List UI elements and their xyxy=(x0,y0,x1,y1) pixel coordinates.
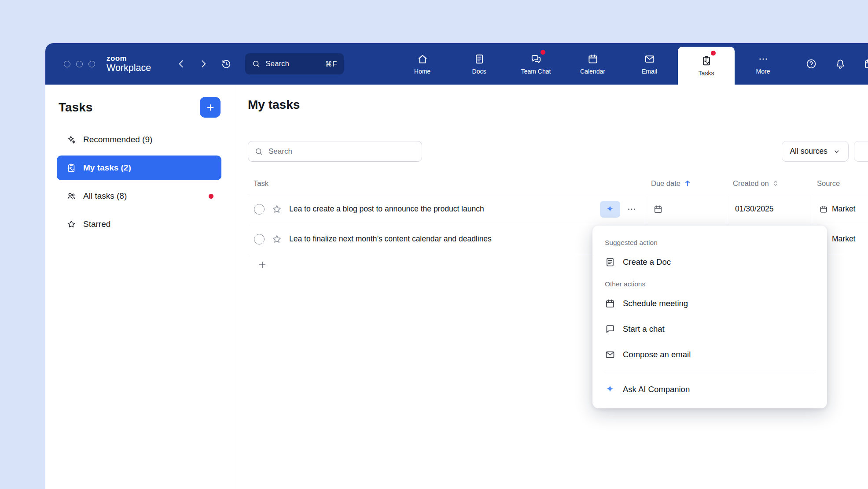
more-icon xyxy=(758,53,769,65)
global-search[interactable]: Search ⌘F xyxy=(245,53,344,74)
sidebar-item-label: Recommended (9) xyxy=(83,135,152,144)
notification-dot xyxy=(541,50,545,55)
nav-home[interactable]: Home xyxy=(394,43,451,85)
sources-filter-label: All sources xyxy=(790,147,828,156)
nav-label: Home xyxy=(414,68,430,75)
search-icon xyxy=(254,147,263,156)
column-header-source[interactable]: Source xyxy=(811,179,868,188)
add-task-button[interactable] xyxy=(257,260,267,270)
nav-label: Calendar xyxy=(580,68,605,75)
back-button[interactable] xyxy=(176,58,187,70)
column-label: Due date xyxy=(651,179,680,188)
calendar-icon xyxy=(653,204,663,214)
nav-label: Team Chat xyxy=(521,68,551,75)
task-title: Lea to finalize next month’s content cal… xyxy=(289,234,645,244)
source-value: Market xyxy=(832,234,855,244)
sidebar-item-my-tasks[interactable]: My tasks (2) xyxy=(57,156,221,180)
notification-dot xyxy=(711,51,716,56)
workplace-wordmark: Workplace xyxy=(107,63,151,73)
sidebar-item-starred[interactable]: Starred xyxy=(57,212,221,237)
menu-item-label: Create a Doc xyxy=(623,257,671,267)
clipped-edge-button[interactable] xyxy=(854,141,868,162)
nav-docs[interactable]: Docs xyxy=(451,43,508,85)
sidebar-item-label: All tasks (8) xyxy=(83,191,127,201)
people-icon xyxy=(66,191,76,201)
calendar-icon xyxy=(605,298,615,309)
star-icon[interactable] xyxy=(272,234,282,244)
forward-button[interactable] xyxy=(198,58,209,70)
sidebar-nav: Recommended (9) My tasks (2) All tasks (… xyxy=(45,127,233,237)
nav-tasks[interactable]: Tasks xyxy=(678,47,735,85)
menu-item-schedule-meeting[interactable]: Schedule meeting xyxy=(592,291,827,316)
home-icon xyxy=(417,53,428,65)
column-header-created-on[interactable]: Created on xyxy=(727,179,811,188)
menu-item-start-chat[interactable]: Start a chat xyxy=(592,316,827,342)
column-label: Source xyxy=(817,179,840,188)
menu-item-create-doc[interactable]: Create a Doc xyxy=(592,249,827,275)
topbar: zoom Workplace Search ⌘F xyxy=(45,43,868,85)
zoom-wordmark: zoom xyxy=(107,55,151,63)
sidebar-title: Tasks xyxy=(59,100,92,115)
team-chat-icon xyxy=(530,53,542,65)
email-icon xyxy=(644,53,655,65)
tasks-icon xyxy=(701,55,712,67)
plus-icon xyxy=(206,103,215,112)
nav-email[interactable]: Email xyxy=(621,43,678,85)
menu-item-label: Schedule meeting xyxy=(623,299,688,308)
email-icon xyxy=(605,349,615,360)
plus-icon xyxy=(257,260,267,270)
star-icon[interactable] xyxy=(272,204,282,215)
menu-item-ask-ai-companion[interactable]: Ask AI Companion xyxy=(592,377,827,402)
sidebar-item-label: My tasks (2) xyxy=(83,163,131,173)
nav-more[interactable]: More xyxy=(735,43,791,85)
ai-companion-button[interactable] xyxy=(600,201,620,218)
add-due-date-button[interactable] xyxy=(653,204,663,214)
task-search[interactable] xyxy=(248,141,422,162)
column-header-task[interactable]: Task xyxy=(248,179,645,188)
global-search-label: Search xyxy=(265,59,289,68)
menu-item-label: Compose an email xyxy=(623,350,691,359)
star-icon xyxy=(66,219,76,229)
ai-actions-menu: Suggested action Create a Doc Other acti… xyxy=(592,226,827,408)
menu-item-compose-email[interactable]: Compose an email xyxy=(592,342,827,367)
sidebar-item-label: Starred xyxy=(83,219,110,229)
table-header: Task Due date Created on Source xyxy=(248,173,868,194)
menu-item-label: Start a chat xyxy=(623,324,665,334)
nav-calendar[interactable]: Calendar xyxy=(564,43,621,85)
window-control-zoom[interactable] xyxy=(88,61,95,67)
docs-icon xyxy=(474,53,485,65)
nav-label: Tasks xyxy=(699,70,714,77)
task-row[interactable]: Lea to create a blog post to announce th… xyxy=(248,194,868,224)
sidebar-item-recommended[interactable]: Recommended (9) xyxy=(57,127,221,152)
ai-sparkle-icon xyxy=(605,204,615,214)
task-search-input[interactable] xyxy=(268,147,416,156)
sidebar-header: Tasks xyxy=(45,85,233,122)
chat-bubble-icon xyxy=(605,324,615,334)
source-app-icon xyxy=(819,205,828,214)
chevron-left-icon xyxy=(176,58,187,70)
task-checkbox[interactable] xyxy=(254,234,265,244)
window-control-close[interactable] xyxy=(64,61,70,67)
chevron-right-icon xyxy=(198,58,209,70)
chevron-down-icon xyxy=(833,148,841,156)
sidebar: Tasks Recommended (9) My tasks (2) xyxy=(45,85,233,489)
sort-ascending-icon xyxy=(683,179,692,188)
window-control-minimize[interactable] xyxy=(76,61,83,67)
menu-section-label: Suggested action xyxy=(592,233,827,249)
history-button[interactable] xyxy=(221,58,232,70)
menu-section-label: Other actions xyxy=(592,275,827,291)
column-header-due-date[interactable]: Due date xyxy=(645,179,727,188)
task-cell: Lea to create a blog post to announce th… xyxy=(248,194,645,224)
ellipsis-icon xyxy=(626,204,637,215)
nav-team-chat[interactable]: Team Chat xyxy=(508,43,564,85)
window-controls xyxy=(64,61,95,67)
search-shortcut: ⌘F xyxy=(325,60,337,68)
sidebar-item-all-tasks[interactable]: All tasks (8) xyxy=(57,184,221,208)
task-checkbox[interactable] xyxy=(254,204,265,215)
source-cell: Market xyxy=(811,194,868,224)
column-label: Task xyxy=(254,179,268,188)
sources-filter-dropdown[interactable]: All sources xyxy=(782,141,849,162)
row-more-button[interactable] xyxy=(626,204,637,215)
new-task-button[interactable] xyxy=(200,97,221,118)
sparkle-icon xyxy=(66,135,76,144)
